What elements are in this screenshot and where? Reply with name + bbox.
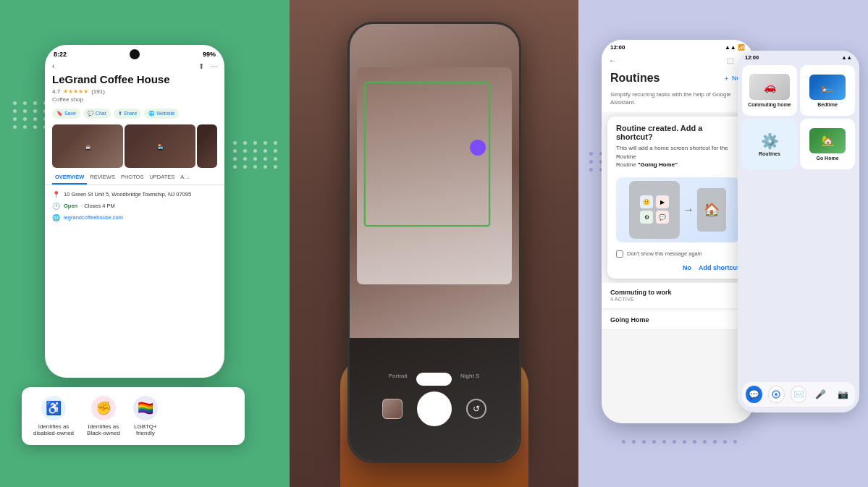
tab-updates[interactable]: UPDATES — [146, 171, 177, 185]
share-button[interactable]: ⬆ Share — [114, 109, 142, 119]
bedtime-label: Bedtime — [817, 102, 838, 107]
routine-commute-label: Commuting to work — [610, 289, 672, 296]
save-button[interactable]: 🔖 Save — [52, 109, 80, 119]
gmail-dock-icon[interactable]: ✉️ — [791, 386, 807, 403]
panel-routines: 12:00 ▲▲ 📶 ← ⬚ ⋮ Routines ＋ New Simplify… — [578, 0, 868, 487]
gohome-label: Go Home — [816, 156, 838, 161]
website-link[interactable]: legrandcoffeehouse.com — [64, 214, 123, 221]
home-icon: 🏠 — [704, 202, 720, 218]
black-owned-icon: ✊ — [91, 396, 116, 420]
website-button[interactable]: 🌐 Website — [144, 109, 179, 119]
gohome-thumb: 🏡 — [809, 128, 846, 153]
attr-black-owned-label: Identifies asBlack-owned — [87, 423, 120, 436]
header-icons: ⬆ ⋯ — [198, 62, 217, 70]
object-indicator — [470, 140, 486, 156]
routine-created-dialog: Routine created. Add a shortcut? This wi… — [607, 117, 748, 279]
home-tile-bedtime[interactable]: 🛏️ Bedtime — [800, 65, 855, 116]
illus-face-icon: 🙂 — [640, 195, 653, 208]
tab-overview[interactable]: OVERVIEW — [52, 171, 87, 185]
home-signal: ▲▲ — [841, 54, 852, 61]
routine-list-item-home[interactable]: Going Home › — [602, 310, 754, 330]
lgbtq-icon: 🏳️‍🌈 — [133, 396, 158, 420]
dialog-routine-name: Routine "Going Home". — [616, 161, 679, 168]
photo-2[interactable]: 🏪 — [125, 124, 195, 168]
night-mode[interactable]: Night S — [460, 373, 479, 386]
attr-disabled-label: Identifies asdisabled-owned — [33, 423, 74, 436]
commute-icon: 🚗 — [764, 81, 776, 93]
attr-lgbtq: 🏳️‍🌈 LGBTQ+friendly — [133, 396, 158, 436]
place-category: Coffee shop — [45, 96, 224, 106]
business-attributes-card: ♿ Identifies asdisabled-owned ✊ Identifi… — [22, 387, 245, 445]
hours-row: 🕐 Open · Closes 4 PM — [52, 200, 217, 212]
illus-row-1: 🙂 ▶ — [640, 195, 669, 208]
plus-icon: ＋ — [723, 74, 730, 83]
camera-controls: Portrait Photo Night S ↺ — [350, 338, 519, 461]
messages-dock-icon[interactable]: 💬 — [746, 386, 762, 403]
clock-icon: 🕐 — [52, 203, 60, 210]
illus-play-icon: ▶ — [656, 195, 669, 208]
maps-info: 📍 10 Green St Unit 5, Woodbridge Townshi… — [45, 185, 224, 227]
home-tile-commuting[interactable]: 🚗 Commuting home — [742, 65, 797, 116]
maps-battery: 99% — [203, 51, 216, 58]
routine-list-item-commute[interactable]: Commuting to work 4 ACTIVE › — [602, 283, 754, 309]
illus-row-2: ⚙ 💬 — [640, 211, 669, 224]
tab-more[interactable]: A… — [177, 171, 193, 185]
dialog-body-text: This will add a home screen shortcut for… — [616, 145, 728, 159]
hours-text: · Closes 4 PM — [81, 203, 115, 209]
address-row: 📍 10 Green St Unit 5, Woodbridge Townshi… — [52, 189, 217, 200]
maps-action-buttons: 🔖 Save 💬 Chat ⬆ Share 🌐 Website — [45, 106, 224, 122]
address-text: 10 Green St Unit 5, Woodbridge Township,… — [64, 191, 191, 198]
illus-chat-icon: 💬 — [656, 211, 669, 224]
checkbox-input[interactable] — [616, 250, 623, 258]
back-chevron-icon[interactable]: ‹ — [52, 62, 54, 70]
routines-phone: 12:00 ▲▲ 📶 ← ⬚ ⋮ Routines ＋ New Simplify… — [602, 40, 754, 423]
routines-header: ← ⬚ ⋮ — [602, 52, 754, 69]
photo-3[interactable] — [197, 124, 217, 168]
chat-button[interactable]: 💬 Chat — [83, 109, 111, 119]
disabled-icon: ♿ — [41, 396, 66, 420]
routines-status-bar: 12:00 ▲▲ 📶 — [602, 40, 754, 52]
routine-item-info-home: Going Home — [610, 316, 649, 323]
photo-mode[interactable]: Photo — [416, 373, 452, 386]
dont-show-check: Don't show this message again — [607, 247, 748, 261]
flip-camera-button[interactable]: ↺ — [466, 399, 486, 419]
camera-dock-icon[interactable]: 📷 — [835, 386, 851, 403]
photo-1[interactable]: ☕ — [52, 124, 123, 168]
share-icon[interactable]: ⬆ — [198, 62, 204, 70]
add-shortcut-button[interactable]: Add shortcut — [699, 264, 739, 271]
more-icon[interactable]: ⋯ — [210, 62, 217, 70]
home-tile-gohome[interactable]: 🏡 Go Home — [800, 119, 855, 169]
tab-photos[interactable]: PHOTOS — [118, 171, 147, 185]
arrow-icon: → — [683, 203, 694, 216]
rating-count: (191) — [91, 88, 105, 95]
routine-home-label: Going Home — [610, 316, 649, 323]
portrait-mode[interactable]: Portrait — [389, 373, 408, 386]
camera-notch — [130, 49, 140, 59]
svg-point-1 — [775, 393, 778, 396]
routines-icon: ⚙️ — [761, 132, 779, 150]
search-icon[interactable]: ⬚ — [727, 56, 733, 64]
panel-maps: 8:22 99% ‹ ⬆ ⋯ LeGrand Coffee House 4.7 … — [0, 0, 290, 487]
routines-time: 12:00 — [610, 44, 625, 51]
home-time: 12:00 — [745, 54, 759, 61]
location-icon: 📍 — [52, 191, 60, 198]
tab-reviews[interactable]: REVIEWS — [87, 171, 118, 185]
place-name: LeGrand Coffee House — [45, 73, 224, 87]
dialog-title: Routine created. Add a shortcut? — [607, 117, 748, 144]
camera-phone: Portrait Photo Night S ↺ — [347, 22, 521, 463]
google-mic-icon[interactable]: 🎤 — [812, 386, 829, 403]
maps-rating: 4.7 ★★★★★ (191) — [45, 87, 224, 96]
commuting-label: Commuting home — [748, 102, 791, 107]
signal-icons: ▲▲ 📶 — [725, 44, 745, 51]
gallery-thumbnail[interactable] — [382, 399, 403, 419]
home-tile-routines[interactable]: ⚙️ Routines — [742, 119, 797, 169]
no-button[interactable]: No — [683, 264, 691, 271]
shutter-button[interactable] — [417, 391, 452, 426]
maps-phone: 8:22 99% ‹ ⬆ ⋯ LeGrand Coffee House 4.7 … — [45, 45, 224, 378]
back-button[interactable]: ← — [609, 56, 616, 64]
routines-title: Routines — [610, 72, 660, 85]
shutter-controls: ↺ — [382, 391, 486, 426]
open-status: Open — [64, 203, 77, 209]
camera-modes: Portrait Photo Night S — [389, 373, 480, 386]
chrome-dock-icon[interactable] — [768, 386, 785, 403]
